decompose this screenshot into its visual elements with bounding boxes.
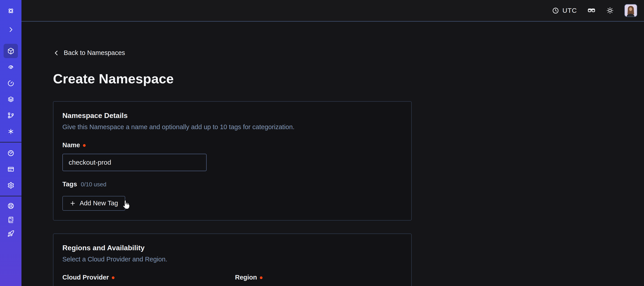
sidebar-item-batch layers-icon[interactable] (0, 91, 22, 107)
page-title: Create Namespace (53, 71, 644, 86)
sidebar-item-settings gear-icon[interactable] (0, 177, 22, 193)
tags-label: Tags (62, 181, 77, 188)
user-avatar[interactable] (624, 4, 637, 17)
sidebar-item-billing billing-card-icon[interactable] (0, 161, 22, 177)
cloud-provider-field: Cloud Provider Select Cloud Provider (62, 263, 230, 286)
cloud-provider-label: Cloud Provider (62, 274, 109, 281)
card-heading: Namespace Details (62, 111, 402, 120)
card-subtitle: Select a Cloud Provider and Region. (62, 256, 402, 263)
main-content: Back to Namespaces Create Namespace Name… (22, 22, 644, 286)
namespace-name-input[interactable] (62, 154, 206, 171)
sidebar-divider (0, 142, 22, 143)
theme-toggle-button[interactable] (606, 6, 614, 14)
timezone-label: UTC (562, 7, 577, 14)
sidebar-item-support lifebuoy-icon[interactable] (0, 199, 22, 213)
sidebar-item-namespaces cube-icon[interactable] (0, 43, 22, 59)
card-subtitle: Give this Namespace a name and optionall… (62, 123, 402, 131)
clock-icon (552, 7, 559, 14)
add-new-tag-label: Add New Tag (80, 200, 118, 207)
sidebar-item-docs book-icon[interactable] (0, 213, 22, 227)
region-field: Region Select Region (235, 263, 403, 286)
temporal-logo-icon[interactable] (0, 0, 22, 21)
sidebar-expand-chevron-right-icon[interactable] (0, 21, 22, 37)
sidebar-divider (0, 196, 22, 196)
add-new-tag-button[interactable]: Add New Tag (62, 196, 125, 211)
back-link-label: Back to Namespaces (64, 49, 125, 56)
required-dot (260, 277, 262, 279)
provider-region-grid: Cloud Provider Select Cloud Provider Reg… (62, 263, 402, 286)
sidebar-item-usage gauge-icon[interactable] (0, 145, 22, 161)
tags-label-row: Tags 0/10 used (62, 181, 402, 188)
plus-icon (70, 200, 76, 207)
topbar: UTC (22, 0, 644, 22)
tags-count: 0/10 used (81, 181, 106, 188)
name-field-label-row: Name (62, 141, 402, 149)
labs-toggle-button[interactable] (587, 6, 596, 15)
chevron-left-icon (53, 50, 60, 56)
card-heading: Regions and Availability (62, 244, 402, 252)
region-label-row: Region (235, 274, 403, 281)
regions-availability-card: Regions and Availability Select a Cloud … (53, 234, 412, 286)
required-dot (112, 277, 114, 279)
sidebar-item-workflows spiral-icon[interactable] (0, 59, 22, 75)
cloud-provider-label-row: Cloud Provider (62, 274, 230, 281)
back-to-namespaces-link[interactable]: Back to Namespaces (53, 49, 125, 56)
glasses-icon (587, 6, 596, 15)
sidebar-item-deployments branch-icon[interactable] (0, 107, 22, 123)
sidebar-item-nexus asterisk-icon[interactable] (0, 123, 22, 139)
timezone-selector[interactable]: UTC (552, 7, 577, 14)
name-label: Name (62, 141, 80, 149)
namespace-details-card: Namespace Details Give this Namespace a … (53, 101, 412, 221)
required-dot (83, 144, 86, 147)
sidebar-item-get-started rocket-icon[interactable] (0, 227, 22, 241)
sidebar-item-schedules timer-icon[interactable] (0, 75, 22, 91)
region-label: Region (235, 274, 257, 281)
sun-icon (606, 6, 614, 14)
sidebar (0, 0, 22, 286)
